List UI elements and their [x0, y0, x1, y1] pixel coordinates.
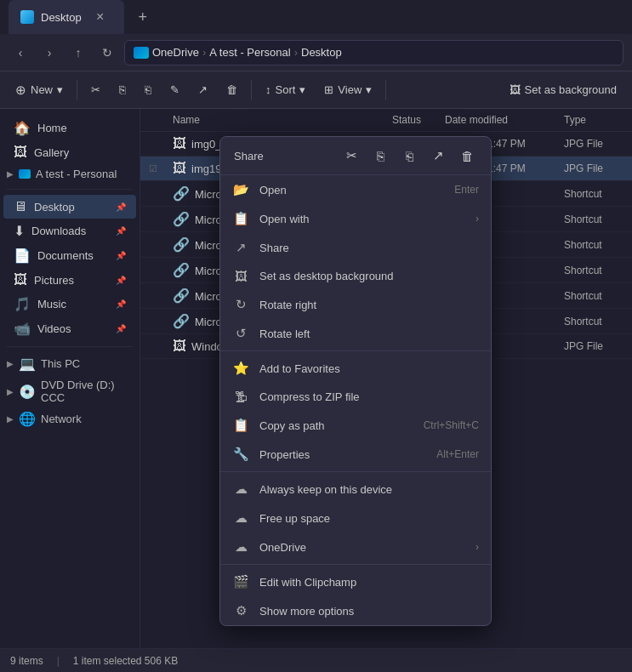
ctx-share-icon: ↗ — [433, 148, 444, 163]
context-menu-item-properties[interactable]: 🔧 Properties Alt+Enter — [220, 440, 491, 469]
add-favorites-label: Add to Favorites — [259, 362, 479, 375]
rotate-right-label: Rotate right — [259, 299, 479, 311]
properties-shortcut: Alt+Enter — [436, 448, 479, 460]
compress-zip-icon: 🗜 — [232, 390, 249, 404]
rotate-right-icon: ↻ — [232, 297, 249, 312]
context-menu-item-share[interactable]: ↗ Share — [220, 233, 491, 262]
free-space-label: Free up space — [259, 512, 479, 525]
open-with-icon: 📋 — [232, 211, 249, 226]
ctx-delete-button[interactable]: 🗑 — [453, 142, 481, 169]
context-menu-sep-6 — [220, 350, 491, 351]
copy-path-icon: 📋 — [232, 418, 249, 433]
context-menu-item-onedrive-item[interactable]: ☁ OneDrive › — [220, 532, 491, 561]
context-menu: Share ✂ ⎘ ⎗ ↗ 🗑 📂 Open — [219, 136, 492, 626]
copy-path-shortcut: Ctrl+Shift+C — [424, 419, 479, 431]
properties-icon: 🔧 — [232, 447, 249, 462]
context-menu-share-header: Share — [234, 150, 264, 162]
open-label: Open — [259, 184, 444, 196]
copy-path-label: Copy as path — [259, 419, 413, 432]
context-menu-item-rotate-right[interactable]: ↻ Rotate right — [220, 290, 491, 319]
share-icon: ↗ — [232, 240, 249, 255]
ctx-copy-icon: ⎘ — [377, 149, 384, 163]
compress-zip-label: Compress to ZIP file — [259, 390, 479, 403]
context-menu-item-compress-zip[interactable]: 🗜 Compress to ZIP file — [220, 383, 491, 411]
context-menu-overlay[interactable]: Share ✂ ⎘ ⎗ ↗ 🗑 📂 Open — [0, 0, 632, 672]
context-menu-item-open[interactable]: 📂 Open Enter — [220, 175, 491, 204]
keep-device-icon: ☁ — [232, 481, 249, 497]
ctx-cut-icon: ✂ — [346, 148, 357, 163]
onedrive-item-icon: ☁ — [232, 539, 249, 555]
show-more-icon: ⚙ — [232, 603, 249, 618]
open-with-label: Open with — [259, 213, 465, 225]
context-menu-item-edit-clipchamp[interactable]: 🎬 Edit with Clipchamp — [220, 567, 491, 596]
ctx-cut-button[interactable]: ✂ — [338, 142, 365, 169]
open-shortcut: Enter — [454, 184, 479, 196]
open-with-arrow-icon: › — [475, 213, 479, 225]
context-menu-toolbar: Share ✂ ⎘ ⎗ ↗ 🗑 — [220, 137, 491, 175]
keep-device-label: Always keep on this device — [259, 483, 479, 496]
context-menu-sep-11 — [220, 471, 491, 472]
set-background-label: Set as desktop background — [259, 270, 479, 282]
context-menu-item-rotate-left[interactable]: ↺ Rotate left — [220, 319, 491, 348]
context-menu-item-free-space[interactable]: ☁ Free up space — [220, 504, 491, 532]
context-menu-item-add-favorites[interactable]: ⭐ Add to Favorites — [220, 354, 491, 383]
context-menu-item-open-with[interactable]: 📋 Open with › — [220, 204, 491, 233]
context-menu-item-copy-path[interactable]: 📋 Copy as path Ctrl+Shift+C — [220, 411, 491, 440]
onedrive-item-arrow-icon: › — [475, 541, 479, 553]
edit-clipchamp-label: Edit with Clipchamp — [259, 576, 479, 589]
ctx-paste-button[interactable]: ⎗ — [396, 142, 423, 169]
share-label: Share — [259, 242, 479, 254]
context-menu-item-set-background[interactable]: 🖼 Set as desktop background — [220, 262, 491, 290]
context-menu-sep-15 — [220, 564, 491, 565]
ctx-delete-icon: 🗑 — [461, 149, 474, 163]
show-more-label: Show more options — [259, 605, 479, 618]
rotate-left-icon: ↺ — [232, 326, 249, 341]
ctx-paste-icon: ⎗ — [406, 149, 413, 163]
edit-clipchamp-icon: 🎬 — [232, 574, 249, 589]
ctx-copy-button[interactable]: ⎘ — [367, 142, 394, 169]
rotate-left-label: Rotate left — [259, 327, 479, 340]
context-menu-items: 📂 Open Enter 📋 Open with › ↗ Share 🖼 Set… — [220, 175, 491, 625]
open-icon: 📂 — [232, 182, 249, 197]
ctx-share-button[interactable]: ↗ — [424, 142, 452, 169]
add-favorites-icon: ⭐ — [232, 361, 249, 376]
free-space-icon: ☁ — [232, 510, 249, 526]
context-menu-item-show-more[interactable]: ⚙ Show more options — [220, 596, 491, 625]
onedrive-item-label: OneDrive — [259, 541, 465, 554]
set-background-icon: 🖼 — [232, 269, 249, 283]
properties-label: Properties — [259, 448, 426, 461]
context-menu-item-keep-device[interactable]: ☁ Always keep on this device — [220, 475, 491, 504]
